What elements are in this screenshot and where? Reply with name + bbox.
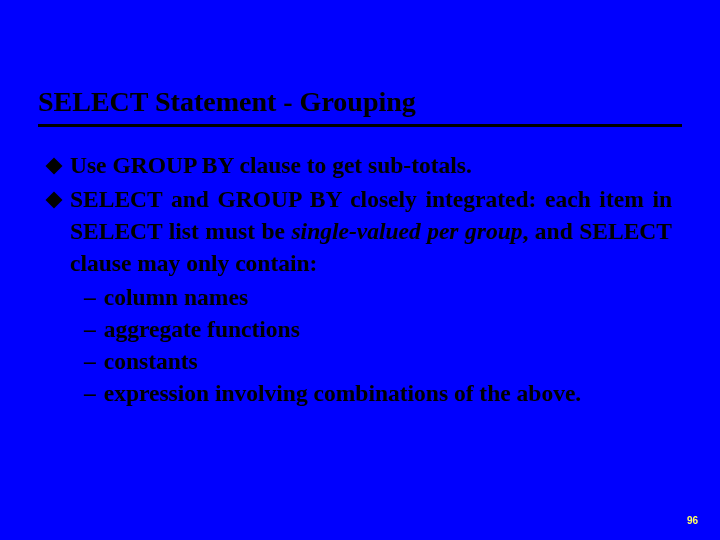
dash-icon: – <box>84 346 96 378</box>
bullet-item: Use GROUP BY clause to get sub-totals. <box>48 150 672 182</box>
dash-icon: – <box>84 282 96 314</box>
sub-text: column names <box>104 282 248 314</box>
sub-text: constants <box>104 346 198 378</box>
title-block: SELECT Statement - Grouping <box>38 86 682 127</box>
content-area: Use GROUP BY clause to get sub-totals. S… <box>48 150 672 410</box>
bullet-text: Use GROUP BY clause to get sub-totals. <box>70 150 672 182</box>
emphasis-text: single-valued per group <box>291 218 522 244</box>
slide-title: SELECT Statement - Grouping <box>38 86 682 124</box>
diamond-bullet-icon <box>46 191 63 208</box>
sub-text: aggregate functions <box>104 314 300 346</box>
sub-item: – constants <box>84 346 672 378</box>
bullet-item: SELECT and GROUP BY closely integrated: … <box>48 184 672 280</box>
diamond-bullet-icon <box>46 158 63 175</box>
bullet-text: SELECT and GROUP BY closely integrated: … <box>70 184 672 280</box>
sub-item: – expression involving combinations of t… <box>84 378 672 410</box>
slide: SELECT Statement - Grouping Use GROUP BY… <box>0 0 720 540</box>
sub-item: – aggregate functions <box>84 314 672 346</box>
sub-list: – column names – aggregate functions – c… <box>84 282 672 410</box>
sub-item: – column names <box>84 282 672 314</box>
dash-icon: – <box>84 314 96 346</box>
dash-icon: – <box>84 378 96 410</box>
sub-text: expression involving combinations of the… <box>104 378 581 410</box>
page-number: 96 <box>687 515 698 526</box>
title-underline <box>38 124 682 127</box>
